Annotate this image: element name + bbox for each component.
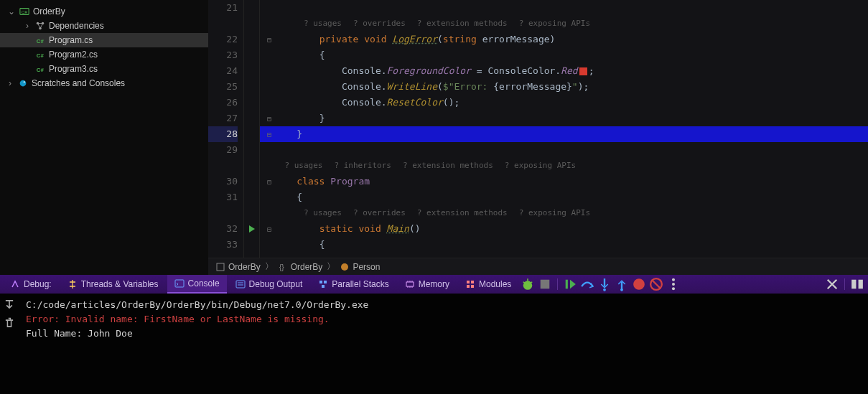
step-out-icon[interactable] (614, 276, 630, 292)
crumb-label: OrderBy (291, 262, 323, 272)
tree-item-file[interactable]: C# Program2.cs (0, 47, 208, 62)
svg-rect-16 (324, 281, 327, 283)
tab-debug-output[interactable]: Debug Output (228, 275, 310, 294)
class-icon (340, 262, 350, 272)
svg-point-9 (24, 81, 25, 83)
stacks-icon (318, 279, 328, 289)
csharp-file-icon: C# (34, 34, 46, 46)
bug-icon[interactable] (520, 276, 536, 292)
tree-item-scratches[interactable]: › Scratches and Consoles (0, 76, 208, 90)
threads-icon (67, 279, 78, 289)
breadcrumb-sep: 〉 (265, 261, 274, 273)
svg-text:C#: C# (22, 9, 27, 14)
tree-item-project[interactable]: ⌄ C# OrderBy (0, 4, 208, 19)
csharp-file-icon: C# (34, 49, 46, 60)
separator (557, 278, 558, 290)
svg-point-31 (672, 283, 675, 286)
breakpoint-icon[interactable] (631, 276, 647, 292)
memory-icon (405, 279, 415, 289)
svg-rect-20 (471, 281, 474, 283)
svg-rect-24 (541, 280, 550, 289)
svg-rect-15 (319, 281, 322, 283)
chevron-right-icon: › (23, 21, 32, 31)
separator (844, 278, 845, 290)
tab-modules[interactable]: Modules (458, 275, 518, 294)
step-over-icon[interactable] (579, 276, 595, 292)
project-tree: ⌄ C# OrderBy › Dependencies C# Progra (0, 0, 208, 275)
chevron-down-icon: ⌄ (7, 6, 16, 17)
stop-icon[interactable] (537, 276, 553, 292)
namespace-icon: {} (278, 262, 288, 272)
svg-rect-17 (322, 285, 325, 288)
debug-icon (10, 279, 20, 289)
tree-label: Program.cs (49, 35, 93, 45)
tree-label: Program3.cs (49, 64, 98, 74)
console-panel: C:/code/articles/OrderBy/OrderBy/bin/Deb… (0, 294, 868, 394)
console-output[interactable]: C:/code/articles/OrderBy/OrderBy/bin/Deb… (19, 294, 868, 394)
tree-item-dependencies[interactable]: › Dependencies (0, 19, 208, 33)
mute-breakpoints-icon[interactable] (648, 276, 664, 292)
layout-icon[interactable] (849, 276, 865, 292)
svg-rect-33 (851, 280, 856, 289)
svg-text:C#: C# (37, 67, 45, 73)
svg-rect-14 (236, 281, 245, 288)
crumb-label: OrderBy (228, 262, 261, 272)
svg-point-30 (672, 278, 675, 281)
step-into-icon[interactable] (597, 276, 612, 292)
resume-icon[interactable] (562, 276, 578, 292)
chevron-right-icon: › (6, 78, 14, 88)
svg-text:C#: C# (37, 52, 45, 59)
csharp-project-icon: C# (19, 6, 30, 17)
tree-label: Dependencies (49, 21, 104, 31)
tree-label: OrderBy (33, 6, 65, 17)
svg-rect-22 (471, 285, 474, 288)
more-icon[interactable] (666, 276, 681, 292)
svg-rect-18 (406, 282, 414, 286)
svg-point-28 (634, 278, 645, 290)
console-side-toolbar (0, 294, 19, 394)
dependencies-icon (34, 20, 46, 32)
console-icon (174, 278, 185, 289)
tab-memory[interactable]: Memory (398, 275, 457, 294)
close-icon[interactable] (824, 276, 840, 292)
trash-icon[interactable] (3, 316, 16, 329)
svg-point-12 (341, 263, 348, 271)
breadcrumb: OrderBy 〉 {} OrderBy 〉 Person (208, 258, 868, 275)
svg-rect-10 (217, 263, 224, 271)
tree-item-file[interactable]: C# Program3.cs (0, 62, 208, 76)
svg-text:C#: C# (37, 38, 45, 44)
tree-item-file[interactable]: C# Program.cs (0, 33, 208, 47)
svg-point-8 (20, 80, 27, 87)
code-body[interactable]: ? usages? overrides? extension methods? … (260, 0, 868, 258)
run-gutter[interactable] (244, 0, 260, 258)
svg-rect-34 (859, 280, 863, 289)
svg-rect-25 (566, 280, 568, 289)
breadcrumb-item[interactable]: OrderBy (215, 262, 261, 272)
scroll-to-end-icon[interactable] (3, 298, 16, 311)
svg-text:{}: {} (279, 263, 284, 271)
debug-toolbar: Debug: Threads & Variables Console Debug… (0, 275, 868, 294)
scratches-icon (17, 78, 29, 89)
breadcrumb-item[interactable]: {} OrderBy (278, 262, 323, 272)
struct-icon (215, 262, 225, 272)
svg-point-26 (603, 289, 606, 291)
svg-point-27 (620, 289, 623, 291)
tree-label: Scratches and Consoles (32, 78, 125, 88)
tab-parallel-stacks[interactable]: Parallel Stacks (311, 275, 396, 294)
breadcrumb-item[interactable]: Person (340, 262, 380, 272)
debug-label: Debug: (3, 275, 59, 294)
crumb-label: Person (353, 262, 380, 272)
tab-threads[interactable]: Threads & Variables (60, 275, 166, 294)
svg-rect-13 (175, 280, 184, 287)
csharp-file-icon: C# (34, 63, 46, 75)
tab-console[interactable]: Console (167, 275, 227, 294)
svg-point-32 (672, 287, 675, 290)
line-number-gutter[interactable]: 21 2223242526272829 3031 3233 (208, 0, 244, 258)
svg-rect-21 (467, 285, 470, 288)
tree-label: Program2.cs (49, 50, 98, 60)
breadcrumb-sep: 〉 (327, 261, 335, 273)
svg-rect-19 (467, 281, 470, 283)
output-icon (235, 279, 246, 289)
modules-icon (465, 279, 475, 289)
code-editor[interactable]: 21 2223242526272829 3031 3233 ? usages? … (208, 0, 868, 275)
